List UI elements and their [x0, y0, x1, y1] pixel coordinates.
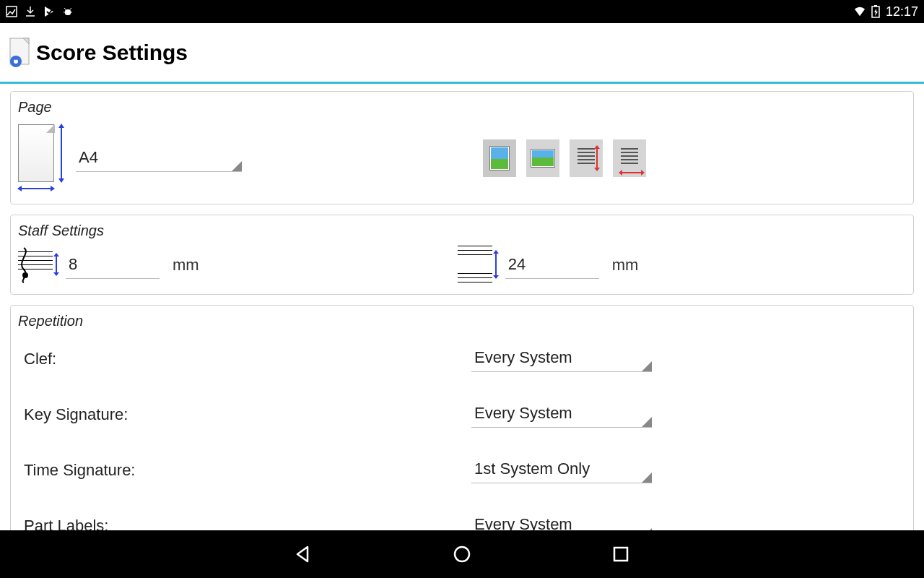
- score-settings-icon: [9, 37, 33, 69]
- svg-marker-9: [874, 9, 878, 16]
- staff-height-unit: mm: [173, 256, 199, 275]
- wifi-icon: [854, 6, 866, 17]
- clef-row: Clef: Every System: [24, 345, 906, 372]
- lines-horizontal-icon: [619, 146, 640, 171]
- play-check-icon: [43, 6, 55, 17]
- vertical-spacing-button[interactable]: [570, 139, 603, 177]
- svg-point-15: [22, 272, 28, 278]
- time-signature-spinner[interactable]: 1st System Only: [471, 457, 652, 483]
- page-title: Score Settings: [36, 40, 188, 65]
- svg-line-4: [70, 8, 71, 9]
- staff-spacing-unit: mm: [612, 256, 639, 275]
- svg-line-3: [64, 8, 66, 9]
- picture-portrait-icon: [489, 146, 510, 171]
- app-bar: Score Settings: [0, 23, 924, 84]
- nav-recent-button[interactable]: [606, 540, 635, 569]
- key-signature-spinner[interactable]: Every System: [471, 401, 652, 428]
- clef-label: Clef:: [24, 350, 471, 368]
- part-labels-spinner[interactable]: Every System: [471, 512, 652, 530]
- svg-marker-1: [45, 7, 53, 17]
- repetition-section: Repetition Clef: Every System Key Signat…: [10, 305, 914, 530]
- page-section-title: Page: [18, 99, 906, 116]
- svg-rect-0: [6, 7, 17, 17]
- svg-rect-2: [65, 9, 71, 15]
- time-signature-row: Time Signature: 1st System Only: [24, 457, 906, 483]
- lines-vertical-icon: [576, 146, 596, 171]
- staff-height-input[interactable]: [66, 252, 160, 279]
- image-status-icon: [6, 6, 17, 17]
- nav-bar: [0, 530, 924, 578]
- staff-spacing-input[interactable]: [505, 252, 599, 279]
- staff-section-title: Staff Settings: [18, 223, 906, 239]
- key-signature-row: Key Signature: Every System: [24, 401, 906, 428]
- download-icon: [25, 6, 36, 17]
- page-size-spinner[interactable]: A4: [76, 145, 242, 172]
- time-signature-label: Time Signature:: [24, 461, 471, 480]
- content-area: Page A4: [0, 84, 924, 530]
- status-time: 12:17: [886, 4, 918, 20]
- horizontal-spacing-button[interactable]: [613, 139, 646, 177]
- staff-height-icon: [18, 248, 53, 282]
- svg-rect-17: [614, 548, 627, 561]
- background-landscape-button[interactable]: [526, 139, 559, 177]
- page-size-icon: [18, 124, 66, 192]
- nav-home-button[interactable]: [448, 540, 476, 569]
- status-bar: 12:17: [0, 0, 924, 23]
- background-portrait-button[interactable]: [483, 139, 516, 177]
- part-labels-row: Part Labels: Every System: [24, 512, 906, 530]
- part-labels-label: Part Labels:: [24, 517, 471, 531]
- nav-back-button[interactable]: [289, 540, 318, 569]
- android-debug-icon: [62, 6, 74, 17]
- svg-rect-8: [874, 5, 877, 7]
- svg-point-16: [455, 547, 469, 561]
- staff-section: Staff Settings mm mm: [10, 215, 914, 295]
- picture-landscape-icon: [531, 149, 555, 168]
- repetition-section-title: Repetition: [18, 313, 906, 329]
- battery-charging-icon: [870, 6, 881, 17]
- clef-spinner[interactable]: Every System: [471, 345, 652, 372]
- key-signature-label: Key Signature:: [24, 405, 471, 424]
- staff-spacing-icon: [458, 248, 492, 282]
- page-section: Page A4: [10, 91, 914, 204]
